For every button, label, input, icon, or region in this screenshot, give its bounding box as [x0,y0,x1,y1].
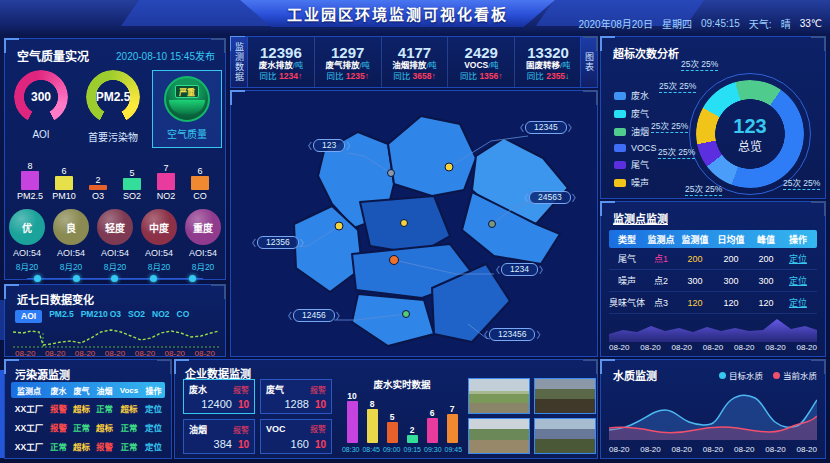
bar-0830: 10 [347,392,358,443]
bar-0915: 2 [407,426,418,443]
site-photo[interactable] [468,378,530,414]
trend-up-icon: ↑ [432,71,436,81]
locate-link[interactable]: 定位 [783,296,813,309]
map-label[interactable]: 12345 [515,121,577,134]
locate-link[interactable]: 定位 [783,274,813,287]
trend-up-icon: ↑ [498,71,502,81]
pollution-table[interactable]: 监测点废水废气 油烟Vocs操作 XX工厂 报警 超标 正常 超标 定位 XX工… [11,382,165,454]
legend-target-water[interactable]: 目标水质 [719,369,763,381]
locate-link[interactable]: 定位 [142,402,165,414]
map-panel: 123 12345 24563 12356 1234 12456 123456 [230,90,598,357]
monitor-stats-bar: 监测数据 图表 12396 废水排放/吨 同比 1234↑ 1297 废气排放/… [230,36,598,88]
week-tab-pm210[interactable]: PM210 [81,310,103,319]
week-tab-no2[interactable]: NO2 [152,310,169,319]
map-label[interactable]: 12356 [247,236,309,249]
aqi-level-row: 优 AOI:54 8月20 良 AOI:54 8月20 轻度 AOI:54 8月… [5,209,225,272]
aoi-value: 300 [14,70,68,124]
legend-current-water[interactable]: 当前水质 [773,369,817,381]
bar-0845: 8 [367,400,378,443]
air-quality-level: 严重 [175,85,199,98]
title-banner: 工业园区环境监测可视化看板 [240,0,555,27]
primary-pollutant-label: 首要污染物 [88,129,138,144]
bar-0900: 5 [387,413,398,443]
site-photo[interactable] [468,418,530,454]
water-legend: 目标水质 当前水质 [719,369,817,381]
pollution-table-header: 监测点废水废气 油烟Vocs操作 [11,382,165,398]
site-photo[interactable] [534,378,596,414]
gauge-primary-pollutant: PM2.5 首要污染物 [80,70,146,144]
panel-title-analysis: 超标次数分析 [601,37,825,61]
panel-title-week: 近七日数据变化 [5,285,225,307]
locate-link[interactable]: 定位 [142,421,165,433]
week-tab-pm25[interactable]: PM2.5 [49,310,74,319]
stat-wastewater: 12396 废水排放/吨 同比 1234↑ [248,37,314,87]
pollutant-bar: 5 SO2 [117,156,147,202]
pollution-table-row[interactable]: XX工厂 报警 正常 超标 正常 定位 [11,417,165,436]
aoi-label: AOI [32,129,49,140]
legend-exhaust[interactable]: 尾气 [614,158,657,171]
legend-noise[interactable]: 噪声 [614,176,657,189]
aqi-level-item: 轻度 AOI:54 8月20 [94,209,136,272]
points-table-row[interactable]: 噪声 点2 300 300 300 定位 [609,270,817,292]
water-x-axis: 08-2008-2008-20 08-2008-2008-20 08-20 [609,445,817,454]
timeline-dot[interactable] [111,275,118,282]
week-tab-o3[interactable]: O3 [110,310,121,319]
donut-total: 123 [733,115,766,137]
aqi-level-item: 优 AOI:54 8月20 [6,209,48,272]
week-tab-so2[interactable]: SO2 [128,310,145,319]
week-tab-co[interactable]: CO [177,310,190,319]
donut-callout: 25次 25% [681,59,718,71]
map-label[interactable]: 12456 [283,309,345,322]
card-voc[interactable]: VOC报警 16010 [260,419,332,454]
header-info: 2020年08月20日 星期四 09:45:15 天气: 晴 33℃ [578,16,822,31]
map-label[interactable]: 123 [303,139,355,152]
primary-pollutant-value: PM2.5 [86,70,140,124]
points-table-row[interactable]: 臭味气体 点3 120 120 120 定位 [609,292,817,314]
week-tab-aoi[interactable]: AOI [15,310,42,323]
legend-vocs[interactable]: VOCS [614,143,657,153]
timeline-dot[interactable] [34,275,41,282]
wave-decor [169,100,205,114]
chart-time-axis: 08:3008:45 09:0009:15 09:3009:45 [338,446,466,453]
weather-label: 天气: [749,16,772,31]
card-fume[interactable]: 油烟报警 38410 [183,419,255,454]
card-wastewater[interactable]: 废水报警 1240010 [183,379,255,414]
tab-monitor-data[interactable]: 监测数据 [231,37,248,87]
panel-title-points: 监测点监测 [601,202,825,226]
enterprise-data-panel: 企业数据监测 废水报警 1240010 废气报警 128810 油烟报警 384… [174,359,598,459]
air-quality-circle: 严重 [164,76,210,122]
locate-link[interactable]: 定位 [783,252,813,265]
points-table-row[interactable]: 尾气 点1 200 200 200 定位 [609,248,817,270]
site-photo[interactable] [534,418,596,454]
pollution-table-row[interactable]: XX工厂 正常 超标 报警 正常 定位 [11,436,165,454]
locate-link[interactable]: 定位 [142,440,165,452]
air-quality-panel: 空气质量实况 2020-08-10 15:45发布 300 AOI PM2.5 … [4,38,226,280]
map-label[interactable]: 1234 [491,263,548,276]
air-quality-label: 空气质量 [167,126,207,141]
air-quality-card[interactable]: 严重 空气质量 [152,70,222,148]
pollution-table-row[interactable]: XX工厂 报警 超标 正常 超标 定位 [11,398,165,417]
legend-wastegas[interactable]: 废气 [614,107,657,120]
card-wastegas[interactable]: 废气报警 128810 [260,379,332,414]
header-weekday: 星期四 [662,16,692,31]
donut-total-label: 总览 [738,137,762,154]
donut-callout: 25次 25% [685,184,722,196]
monitor-points-panel: 监测点监测 类型监测点监测值 日均值峰值操作 尾气 点1 200 200 200… [600,201,826,357]
timeline-dot[interactable] [189,275,196,282]
stat-wastegas: 1297 废气排放/吨 同比 1235↑ [314,37,381,87]
stat-vocs: 2429 VOCS/吨 同比 1356↑ [447,37,514,87]
header-date: 2020年08月20日 [578,16,653,31]
pollutant-bar: 6 CO [185,156,215,202]
tab-chart[interactable]: 图表 [580,37,597,87]
map-label[interactable]: 123456 [479,328,545,341]
donut-callout: 25次 25% [783,178,820,190]
panel-title-air: 空气质量实况 [17,47,89,64]
timeline-dot[interactable] [150,275,157,282]
map-label[interactable]: 24563 [519,191,581,204]
legend-wastewater[interactable]: 废水 [614,89,657,102]
week-tabs: AOI PM2.5 PM210 O3 SO2 NO2 CO [15,310,225,323]
weather-value: 晴 [781,16,791,31]
publish-time: 2020-08-10 15:45发布 [116,48,215,63]
pollutant-bar: 8 PM2.5 [15,156,45,202]
timeline-dot[interactable] [73,275,80,282]
